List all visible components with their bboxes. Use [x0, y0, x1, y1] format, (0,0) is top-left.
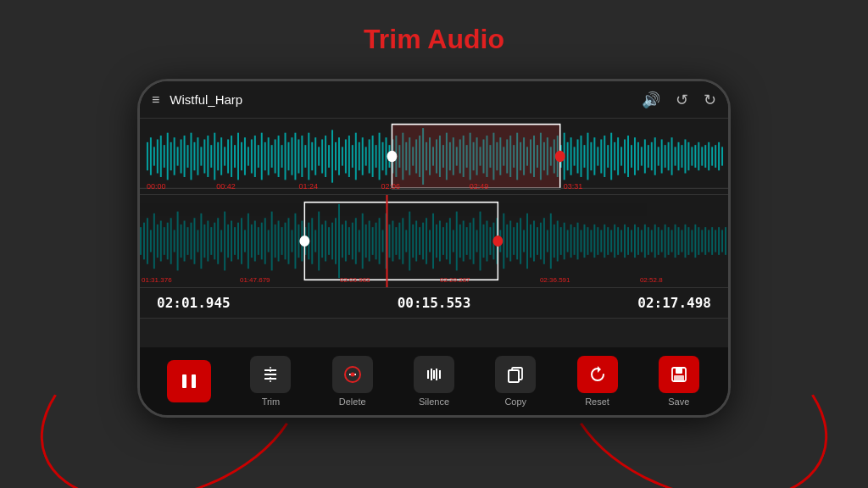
svg-rect-317 — [614, 225, 615, 258]
svg-rect-157 — [675, 147, 676, 165]
svg-rect-36 — [268, 137, 270, 175]
overview-track[interactable]: 00:00 00:42 01:24 02:06 02:49 03:31 — [140, 119, 728, 195]
svg-rect-349 — [721, 230, 723, 252]
top-bar: ≡ Wistful_Harp 🔊 ↺ ↻ — [140, 81, 728, 119]
svg-rect-24 — [227, 139, 229, 173]
toolbar: Trim Delete — [140, 347, 728, 415]
svg-rect-261 — [426, 218, 427, 264]
svg-point-173 — [387, 151, 397, 162]
volume-icon[interactable]: 🔊 — [642, 91, 660, 109]
waveform-area: 00:00 00:42 01:24 02:06 02:49 03:31 — [140, 119, 728, 347]
svg-rect-235 — [338, 204, 340, 278]
silence-icon — [414, 356, 454, 393]
copy-icon — [495, 356, 536, 393]
svg-rect-52 — [321, 139, 323, 173]
svg-rect-60 — [348, 136, 350, 177]
svg-rect-17 — [203, 139, 205, 173]
svg-rect-206 — [241, 218, 242, 264]
svg-rect-333 — [668, 227, 670, 255]
svg-rect-277 — [480, 212, 481, 271]
svg-rect-370 — [509, 370, 519, 382]
svg-rect-318 — [617, 227, 619, 255]
svg-rect-212 — [261, 223, 263, 260]
svg-rect-302 — [564, 223, 565, 260]
svg-rect-4 — [160, 136, 162, 177]
svg-rect-216 — [275, 225, 276, 258]
svg-rect-33 — [258, 145, 259, 168]
save-button[interactable]: Save — [655, 356, 703, 407]
svg-rect-0 — [147, 142, 148, 170]
svg-rect-132 — [590, 142, 592, 170]
svg-rect-51 — [318, 147, 320, 165]
svg-rect-273 — [466, 227, 468, 255]
svg-rect-66 — [369, 139, 370, 173]
svg-rect-49 — [311, 142, 313, 170]
svg-rect-252 — [395, 227, 397, 255]
svg-point-174 — [555, 151, 565, 162]
delete-button[interactable]: Delete — [329, 356, 376, 407]
copy-button[interactable]: Copy — [492, 356, 539, 407]
detail-track[interactable]: 01:31.376 01:47.679 02:03.983 02:20.287 … — [140, 195, 728, 288]
svg-rect-343 — [701, 230, 703, 252]
svg-rect-134 — [597, 147, 598, 165]
svg-rect-266 — [442, 227, 444, 255]
svg-rect-191 — [190, 223, 192, 260]
undo-icon[interactable]: ↺ — [676, 91, 688, 109]
svg-rect-30 — [248, 147, 249, 165]
redo-icon[interactable]: ↻ — [704, 91, 716, 109]
save-label: Save — [668, 396, 689, 407]
svg-rect-138 — [610, 133, 612, 180]
svg-rect-237 — [345, 221, 347, 262]
svg-rect-126 — [570, 137, 572, 175]
svg-rect-21 — [217, 142, 219, 170]
svg-rect-222 — [294, 214, 296, 269]
detail-marker-1: 01:47.679 — [240, 276, 270, 284]
svg-rect-229 — [318, 212, 320, 271]
menu-icon[interactable]: ≡ — [152, 92, 159, 108]
svg-rect-209 — [251, 225, 253, 258]
svg-rect-331 — [661, 230, 663, 252]
reset-button[interactable]: Reset — [574, 356, 621, 407]
svg-rect-270 — [456, 212, 458, 271]
svg-rect-11 — [184, 136, 186, 177]
svg-rect-322 — [631, 230, 632, 252]
play-pause-button[interactable] — [165, 360, 213, 402]
svg-rect-256 — [409, 212, 410, 271]
svg-rect-243 — [365, 225, 367, 258]
svg-rect-63 — [359, 142, 360, 170]
svg-rect-10 — [181, 139, 182, 173]
svg-rect-159 — [681, 145, 682, 168]
svg-rect-153 — [661, 139, 663, 173]
svg-rect-279 — [486, 221, 487, 262]
delete-label: Delete — [339, 396, 366, 407]
svg-rect-233 — [331, 223, 333, 260]
svg-rect-247 — [379, 218, 381, 264]
svg-rect-375 — [674, 375, 684, 381]
svg-rect-199 — [217, 218, 219, 264]
svg-rect-350 — [725, 227, 726, 255]
svg-rect-31 — [251, 139, 253, 173]
svg-rect-210 — [254, 221, 256, 262]
silence-button[interactable]: Silence — [410, 356, 458, 407]
svg-rect-161 — [687, 142, 689, 170]
trim-icon — [250, 356, 291, 393]
svg-rect-162 — [691, 147, 693, 165]
svg-rect-40 — [281, 145, 283, 168]
svg-rect-146 — [637, 142, 639, 170]
svg-point-363 — [350, 373, 354, 377]
svg-rect-324 — [637, 227, 639, 255]
svg-rect-245 — [372, 227, 374, 255]
svg-rect-309 — [587, 227, 588, 255]
trim-button[interactable]: Trim — [247, 356, 294, 407]
svg-marker-372 — [598, 366, 601, 373]
svg-rect-147 — [641, 147, 643, 165]
svg-rect-248 — [382, 230, 384, 252]
svg-rect-16 — [200, 147, 202, 165]
svg-rect-19 — [210, 145, 212, 168]
svg-rect-148 — [644, 139, 646, 173]
time-duration: 00:15.553 — [398, 295, 471, 311]
svg-rect-196 — [207, 221, 209, 262]
svg-rect-303 — [567, 230, 569, 252]
svg-rect-346 — [711, 227, 713, 255]
svg-rect-304 — [570, 225, 572, 258]
